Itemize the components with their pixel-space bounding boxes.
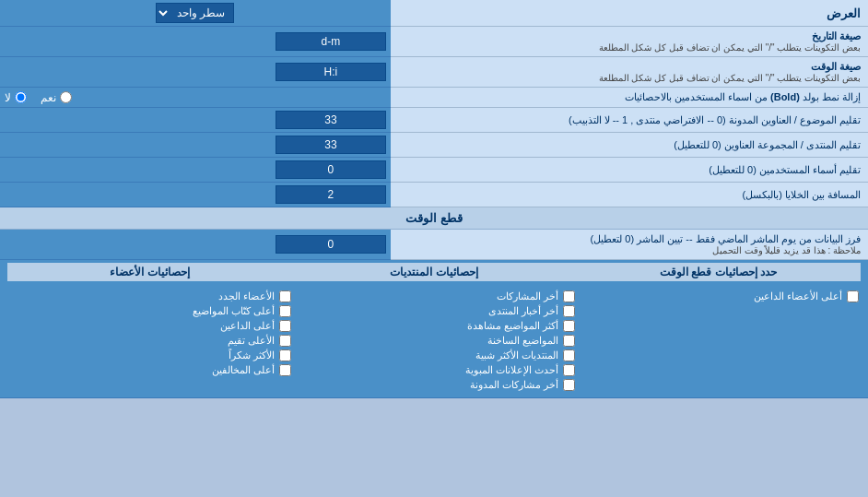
checkbox-top-posters-label: أعلى كتّاب المواضيع — [193, 305, 275, 317]
checkbox-hot-topics-label: المواضيع الساخنة — [487, 335, 558, 347]
checkbox-top-warned[interactable] — [279, 364, 291, 376]
checkbox-classified-ads-label: أحدث الإعلانات المبوية — [465, 364, 558, 376]
checkbox-item: أخر مشاركات المدونة — [293, 379, 575, 391]
forum-trim-input[interactable] — [276, 136, 386, 154]
bold-radio-yes[interactable] — [60, 91, 72, 103]
checkbox-top-posters[interactable] — [279, 305, 291, 317]
bold-radio-no[interactable] — [15, 91, 27, 103]
date-format-input[interactable]: d-m — [276, 32, 386, 51]
checkbox-most-thanked[interactable] — [279, 349, 291, 361]
radio-no-label: لا — [5, 91, 27, 104]
checkbox-blog-posts-label: أخر مشاركات المدونة — [470, 379, 558, 391]
checkbox-item: أكثر المواضيع مشاهدة — [293, 320, 575, 332]
checkbox-most-thanked-label: الأكثر شكراً — [229, 349, 275, 361]
cut-time-section-title: قطع الوقت — [405, 211, 463, 225]
checkbox-blog-posts[interactable] — [563, 379, 575, 391]
username-trim-label: تقليم أسماء المستخدمين (0 للتعطيل) — [709, 164, 861, 175]
col3-stats-label: حدد إحصائيات قطع الوقت — [660, 266, 777, 278]
cell-spacing-input[interactable] — [276, 185, 386, 204]
checkbox-top-inviters[interactable] — [279, 320, 291, 332]
checkbox-top-rated[interactable] — [279, 335, 291, 347]
checkbox-hot-topics[interactable] — [563, 335, 575, 347]
checkbox-last-posts[interactable] — [563, 290, 575, 302]
checkbox-item: المنتديات الأكثر شبية — [293, 349, 575, 361]
checkbox-last-posts-label: أخر المشاركات — [497, 290, 558, 302]
checkbox-forum-news-label: أخر أخبار المنتدى — [488, 305, 558, 317]
checkbox-item: الأعضاء الجدد — [9, 290, 291, 302]
time-format-label: صيغة الوقت بعض التكوينات يتطلب "/" التي … — [398, 61, 861, 83]
checkbox-popular-forums-label: المنتديات الأكثر شبية — [475, 349, 558, 361]
col1-header: إحصائيات الأعضاء — [110, 266, 189, 278]
cut-time-label: فرز البيانات من يوم الماشر الماضي فقط --… — [398, 233, 861, 255]
checkbox-top-members[interactable] — [847, 290, 859, 302]
checkbox-classified-ads[interactable] — [563, 364, 575, 376]
checkbox-top-members-label: أعلى الأعضاء الداعين — [754, 290, 842, 302]
forum-trim-label: تقليم المنتدى / المجموعة العناوين (0 للت… — [674, 139, 861, 150]
checkbox-new-members-label: الأعضاء الجدد — [218, 290, 275, 302]
checkbox-item: المواضيع الساخنة — [293, 335, 575, 347]
checkbox-item: أعلى المخالفين — [9, 364, 291, 376]
checkbox-item: الأعلى تقيم — [9, 335, 291, 347]
checkbox-item: أعلى الداعين — [9, 320, 291, 332]
checkbox-top-rated-label: الأعلى تقيم — [228, 335, 275, 347]
col2-header: إحصائيات المنتديات — [390, 266, 477, 278]
subject-trim-label: تقليم الموضوع / العناوين المدونة (0 -- ا… — [569, 114, 861, 125]
checkbox-item: أعلى الأعضاء الداعين — [577, 290, 859, 302]
page-title: العرض — [827, 6, 861, 20]
time-format-input[interactable]: H:i — [276, 63, 386, 81]
checkbox-item: أخر المشاركات — [293, 290, 575, 302]
checkbox-top-warned-label: أعلى المخالفين — [212, 364, 275, 376]
cut-time-input[interactable] — [276, 235, 386, 254]
cell-spacing-label: المسافة بين الخلايا (بالبكسل) — [743, 189, 862, 200]
date-format-label: صيغة التاريخ بعض التكوينات يتطلب "/" الت… — [398, 30, 861, 53]
checkbox-item: أخر أخبار المنتدى — [293, 305, 575, 317]
checkbox-item: أعلى كتّاب المواضيع — [9, 305, 291, 317]
radio-yes-label: نعم — [41, 91, 72, 104]
checkbox-most-viewed-label: أكثر المواضيع مشاهدة — [467, 320, 558, 332]
checkbox-forum-news[interactable] — [563, 305, 575, 317]
checkbox-item: أحدث الإعلانات المبوية — [293, 364, 575, 376]
checkbox-most-viewed[interactable] — [563, 320, 575, 332]
checkbox-top-inviters-label: أعلى الداعين — [220, 320, 275, 332]
checkbox-popular-forums[interactable] — [563, 349, 575, 361]
display-mode-select[interactable]: سطر واحد — [156, 3, 234, 23]
checkbox-new-members[interactable] — [279, 290, 291, 302]
subject-trim-input[interactable] — [276, 111, 386, 129]
bold-remove-label: إزالة نمط بولد (Bold) من اسماء المستخدمي… — [625, 91, 861, 102]
checkbox-item: الأكثر شكراً — [9, 349, 291, 361]
username-trim-input[interactable] — [276, 160, 386, 179]
